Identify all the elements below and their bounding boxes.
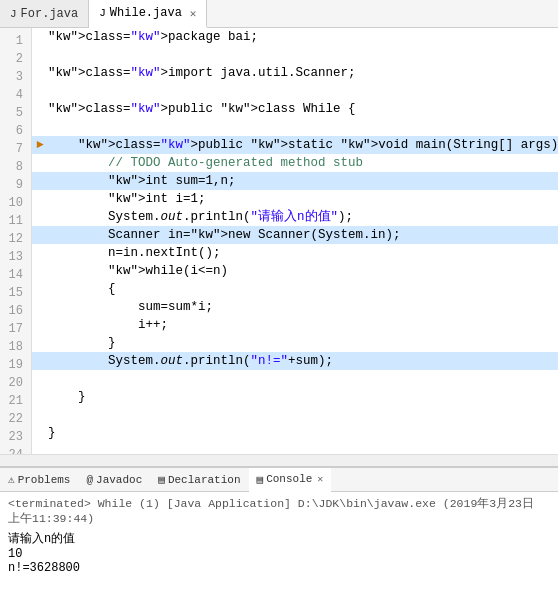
- console-output-area: <terminated> While (1) [Java Application…: [0, 492, 558, 606]
- code-text: "kw">class="kw">public "kw">class While …: [48, 100, 356, 118]
- code-line: }: [32, 334, 558, 352]
- line-number: 1: [4, 32, 23, 50]
- code-line: // TODO Auto-generated method stub: [32, 154, 558, 172]
- tab-declaration[interactable]: ▤ Declaration: [150, 468, 248, 491]
- line-number: 24: [4, 446, 23, 454]
- code-text: i++;: [48, 316, 168, 334]
- code-text: }: [48, 334, 116, 352]
- code-line: Scanner in="kw">new Scanner(System.in);: [32, 226, 558, 244]
- close-icon[interactable]: ✕: [190, 7, 197, 20]
- line-number: 6: [4, 122, 23, 140]
- bottom-tab-bar: ⚠ Problems @ Javadoc ▤ Declaration ▤ Con…: [0, 468, 558, 492]
- code-line: i++;: [32, 316, 558, 334]
- code-text: sum=sum*i;: [48, 298, 213, 316]
- line-number: 23: [4, 428, 23, 446]
- tab-javadoc-label: Javadoc: [96, 474, 142, 486]
- code-text: "kw">while(i<=n): [48, 262, 228, 280]
- line-number: 11: [4, 212, 23, 230]
- code-text: "kw">class="kw">import java.util.Scanner…: [48, 64, 356, 82]
- code-text: {: [48, 280, 116, 298]
- code-text: }: [48, 424, 56, 442]
- code-line: n=in.nextInt();: [32, 244, 558, 262]
- problems-icon: ⚠: [8, 473, 15, 486]
- tab-problems[interactable]: ⚠ Problems: [0, 468, 78, 491]
- tab-declaration-label: Declaration: [168, 474, 241, 486]
- code-line: "kw">class="kw">package bai;: [32, 28, 558, 46]
- tab-for-java-label: For.java: [21, 7, 79, 21]
- code-scroll-area[interactable]: 123456789101112131415161718192021222324 …: [0, 28, 558, 454]
- code-line: "kw">while(i<=n): [32, 262, 558, 280]
- code-text: // TODO Auto-generated method stub: [48, 154, 363, 172]
- code-lines: "kw">class="kw">package bai;"kw">class="…: [32, 28, 558, 454]
- code-text: System.out.println("请输入n的值");: [48, 208, 353, 226]
- code-line: sum=sum*i;: [32, 298, 558, 316]
- line-number: 13: [4, 248, 23, 266]
- line-number: 17: [4, 320, 23, 338]
- code-text: }: [48, 388, 86, 406]
- tab-while-java-label: While.java: [110, 6, 182, 20]
- console-terminated-line: <terminated> While (1) [Java Application…: [8, 496, 550, 526]
- editor-tab-bar: J For.java J While.java ✕: [0, 0, 558, 28]
- declaration-icon: ▤: [158, 473, 165, 486]
- code-line: ► "kw">class="kw">public "kw">static "kw…: [32, 136, 558, 154]
- code-line: "kw">int sum=1,n;: [32, 172, 558, 190]
- line-number: 16: [4, 302, 23, 320]
- tab-javadoc[interactable]: @ Javadoc: [78, 468, 150, 491]
- code-line: "kw">int i=1;: [32, 190, 558, 208]
- line-number: 20: [4, 374, 23, 392]
- code-line: [32, 370, 558, 388]
- console-output-line1: 10: [8, 547, 550, 561]
- code-line: "kw">class="kw">import java.util.Scanner…: [32, 64, 558, 82]
- java-file-icon: J: [10, 8, 17, 20]
- code-line: [32, 82, 558, 100]
- line-number: 4: [4, 86, 23, 104]
- code-line: [32, 46, 558, 64]
- code-line: [32, 118, 558, 136]
- code-line: System.out.println("n!="+sum);: [32, 352, 558, 370]
- tab-console[interactable]: ▤ Console ✕: [249, 468, 332, 492]
- code-line: [32, 442, 558, 454]
- code-line: "kw">class="kw">public "kw">class While …: [32, 100, 558, 118]
- line-number: 12: [4, 230, 23, 248]
- line-number: 5: [4, 104, 23, 122]
- line-number: 21: [4, 392, 23, 410]
- bottom-panel: ⚠ Problems @ Javadoc ▤ Declaration ▤ Con…: [0, 466, 558, 606]
- line-number: 22: [4, 410, 23, 428]
- code-text: System.out.println("n!="+sum);: [48, 352, 333, 370]
- console-icon: ▤: [257, 473, 264, 486]
- console-prompt-line: 请输入n的值: [8, 530, 550, 547]
- code-line: {: [32, 280, 558, 298]
- line-numbers: 123456789101112131415161718192021222324: [0, 28, 32, 454]
- console-output-line2: n!=3628800: [8, 561, 550, 575]
- line-number: 8: [4, 158, 23, 176]
- line-number: 19: [4, 356, 23, 374]
- tab-while-java[interactable]: J While.java ✕: [89, 0, 207, 28]
- line-number: 15: [4, 284, 23, 302]
- code-editor: 123456789101112131415161718192021222324 …: [0, 28, 558, 466]
- tab-problems-label: Problems: [18, 474, 71, 486]
- code-text: "kw">int i=1;: [48, 190, 206, 208]
- horizontal-scrollbar[interactable]: [0, 454, 558, 466]
- line-number: 7: [4, 140, 23, 158]
- line-number: 3: [4, 68, 23, 86]
- javadoc-icon: @: [86, 474, 93, 486]
- code-line: }: [32, 424, 558, 442]
- tab-console-label: Console: [266, 473, 312, 485]
- debug-arrow-icon: ►: [36, 138, 43, 152]
- line-number: 14: [4, 266, 23, 284]
- code-text: n=in.nextInt();: [48, 244, 221, 262]
- code-line: }: [32, 388, 558, 406]
- java-file-icon-2: J: [99, 7, 106, 19]
- code-text: "kw">class="kw">package bai;: [48, 28, 258, 46]
- code-line: System.out.println("请输入n的值");: [32, 208, 558, 226]
- debug-arrow-indicator: ►: [32, 138, 48, 152]
- code-text: Scanner in="kw">new Scanner(System.in);: [48, 226, 401, 244]
- line-number: 10: [4, 194, 23, 212]
- code-line: [32, 406, 558, 424]
- line-number: 18: [4, 338, 23, 356]
- console-close-icon[interactable]: ✕: [317, 473, 323, 485]
- code-text: "kw">int sum=1,n;: [48, 172, 236, 190]
- line-number: 2: [4, 50, 23, 68]
- tab-for-java[interactable]: J For.java: [0, 0, 89, 27]
- line-number: 9: [4, 176, 23, 194]
